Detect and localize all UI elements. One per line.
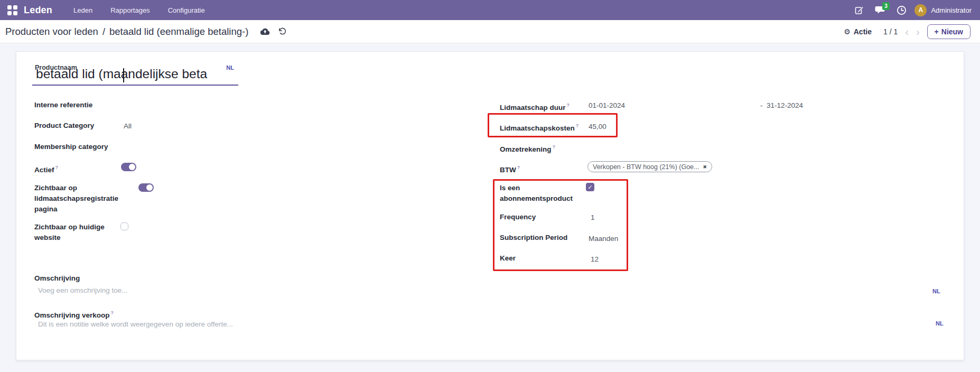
membership-category-label: Membership category bbox=[34, 142, 108, 152]
omschrijving-lang-badge[interactable]: NL bbox=[932, 288, 940, 294]
subscription-period-input[interactable]: Maanden bbox=[589, 234, 618, 244]
nav-item-rapportages[interactable]: Rapportages bbox=[104, 4, 156, 16]
user-menu[interactable]: A Administrator bbox=[914, 4, 975, 16]
productnaam-lang-badge[interactable]: NL bbox=[226, 64, 234, 71]
check-icon: ✓ bbox=[587, 184, 592, 190]
messages-icon[interactable]: 3 bbox=[872, 3, 888, 17]
omschrijving-input[interactable]: Voeg een omschrijving toe... bbox=[38, 286, 566, 294]
interne-referentie-input[interactable] bbox=[124, 100, 282, 110]
top-navbar: Leden Leden Rapportages Configuratie 3 bbox=[0, 0, 980, 20]
btw-help-icon: ? bbox=[517, 165, 520, 170]
zichtbaar-website-label: Zichtbaar op huidige website bbox=[34, 222, 119, 243]
activities-icon[interactable] bbox=[851, 3, 867, 17]
breadcrumb-parent[interactable]: Producten voor leden bbox=[5, 26, 98, 38]
discard-undo-icon[interactable] bbox=[277, 27, 286, 36]
clock-icon[interactable] bbox=[893, 3, 909, 17]
omschrijving-verkoop-help-icon: ? bbox=[111, 310, 114, 315]
omzetrekening-help-icon: ? bbox=[553, 144, 556, 150]
action-label: Actie bbox=[854, 27, 872, 36]
actief-toggle[interactable] bbox=[121, 163, 136, 171]
btw-tag-remove-icon[interactable]: ✖ bbox=[703, 164, 707, 170]
omzetrekening-label: Omzetrekening? bbox=[500, 142, 555, 155]
lidmaatschap-duur-help-icon: ? bbox=[567, 103, 570, 108]
actief-label: Actief? bbox=[34, 162, 58, 175]
actief-help-icon: ? bbox=[55, 165, 59, 170]
nav-item-configuratie[interactable]: Configuratie bbox=[162, 4, 211, 16]
action-menu-button[interactable]: ⚙ Actie bbox=[844, 27, 872, 36]
zichtbaar-registratie-toggle[interactable] bbox=[138, 183, 154, 192]
pager-count: 1 / 1 bbox=[883, 27, 898, 36]
message-count-badge: 3 bbox=[882, 2, 890, 10]
keer-label: Keer bbox=[500, 253, 516, 264]
breadcrumb: Producten voor leden / betaald lid (eenm… bbox=[5, 26, 286, 38]
page: Leden Leden Rapportages Configuratie 3 bbox=[0, 0, 980, 372]
interne-referentie-label: Interne referentie bbox=[34, 100, 92, 110]
lidmaatschap-duur-label: Lidmaatschap duur? bbox=[500, 100, 570, 113]
btw-tag[interactable]: Verkopen - BTW hoog (21%) (Goe... ✖ bbox=[587, 161, 712, 172]
omschrijving-verkoop-input[interactable]: Dit is een notitie welke wordt weergegev… bbox=[38, 320, 566, 328]
new-button[interactable]: + Nieuw bbox=[927, 24, 970, 39]
product-category-label: Product Category bbox=[34, 120, 94, 131]
lidmaatschap-duur-start-input[interactable]: 01-01-2024 bbox=[589, 101, 625, 110]
is-abonnement-label: Is een abonnementsproduct bbox=[500, 183, 587, 204]
membership-category-input[interactable] bbox=[124, 142, 282, 152]
apps-grid-icon[interactable] bbox=[7, 5, 17, 15]
omschrijving-verkoop-lang-badge[interactable]: NL bbox=[936, 320, 944, 327]
omschrijving-label: Omschrijving bbox=[34, 273, 80, 284]
breadcrumb-separator: / bbox=[102, 26, 105, 38]
productnaam-input[interactable]: betaald lid (maandelijkse beta bbox=[32, 66, 218, 85]
btw-label: BTW? bbox=[500, 162, 520, 175]
date-range-separator: - bbox=[760, 101, 763, 109]
frequency-input[interactable]: 1 bbox=[591, 213, 595, 222]
pager-previous-icon[interactable]: ‹ bbox=[905, 26, 909, 37]
nav-menu: Leden Rapportages Configuratie bbox=[67, 4, 211, 16]
text-cursor bbox=[123, 68, 124, 82]
control-panel-right: ⚙ Actie 1 / 1 ‹ › + Nieuw bbox=[844, 24, 975, 39]
gear-icon: ⚙ bbox=[844, 27, 851, 36]
breadcrumb-current: betaald lid (eenmalige betaling-) bbox=[109, 26, 248, 38]
lidmaatschap-duur-end-input[interactable]: 31-12-2024 bbox=[767, 101, 803, 109]
omschrijving-verkoop-label: Omschrijving verkoop? bbox=[34, 308, 114, 321]
lidmaatschapskosten-help-icon: ? bbox=[576, 123, 579, 128]
pager-arrows: ‹ › bbox=[905, 26, 919, 37]
plus-icon: + bbox=[935, 27, 939, 36]
zichtbaar-registratie-label: Zichtbaar op lidmaatschapsregistratie pa… bbox=[34, 183, 119, 215]
avatar: A bbox=[914, 4, 927, 16]
frequency-label: Frequency bbox=[500, 212, 536, 222]
product-category-input[interactable]: All bbox=[124, 122, 132, 131]
subscription-period-label: Subscription Period bbox=[500, 232, 567, 243]
keer-input[interactable]: 12 bbox=[591, 255, 599, 264]
user-name: Administrator bbox=[931, 6, 972, 14]
btw-tag-label: Verkopen - BTW hoog (21%) (Goe... bbox=[593, 163, 699, 171]
form-sheet: Productnaam betaald lid (maandelijkse be… bbox=[16, 51, 964, 360]
zichtbaar-website-checkbox[interactable] bbox=[120, 222, 128, 230]
productnaam-field[interactable]: betaald lid (maandelijkse beta NL bbox=[32, 66, 238, 86]
lidmaatschapskosten-input[interactable]: 45,00 bbox=[589, 122, 606, 132]
navbar-right: 3 A Administrator bbox=[851, 3, 980, 17]
control-panel: Producten voor leden / betaald lid (eenm… bbox=[0, 20, 980, 43]
pager-next-icon[interactable]: › bbox=[916, 26, 920, 37]
lidmaatschap-duur-end-wrap: - 31-12-2024 bbox=[760, 101, 803, 110]
app-name[interactable]: Leden bbox=[24, 5, 52, 16]
lidmaatschapskosten-label: Lidmaatschapskosten? bbox=[500, 120, 578, 134]
is-abonnement-checkbox[interactable]: ✓ bbox=[586, 183, 594, 191]
omzetrekening-input[interactable] bbox=[589, 142, 726, 152]
save-cloud-icon[interactable] bbox=[260, 27, 270, 35]
nav-item-leden[interactable]: Leden bbox=[67, 4, 99, 16]
